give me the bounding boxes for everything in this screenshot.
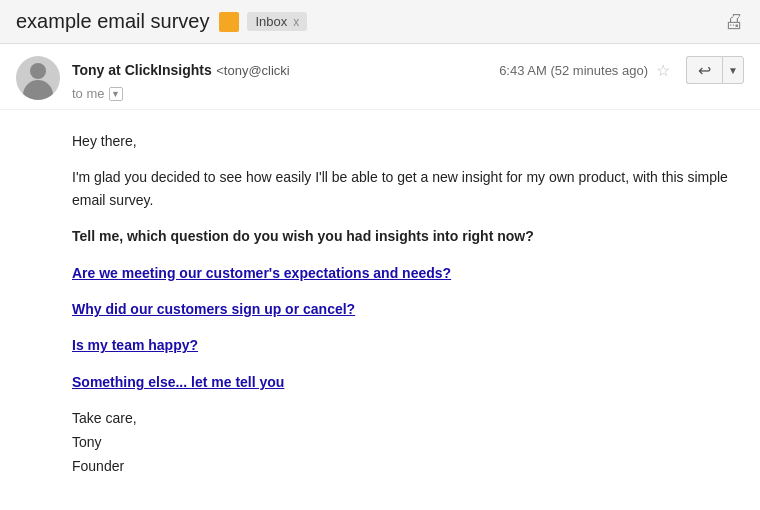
- email-header-bar: example email survey Inbox x 🖨: [0, 0, 760, 44]
- bold-question: Tell me, which question do you wish you …: [72, 225, 740, 247]
- to-me-row: to me ▼: [72, 86, 744, 101]
- intro-text: I'm glad you decided to see how easily I…: [72, 166, 740, 211]
- star-icon[interactable]: ☆: [656, 61, 670, 80]
- sender-info: Tony at ClickInsights <tony@clicki 6:43 …: [72, 56, 744, 101]
- action-buttons: ↩ ▼: [686, 56, 744, 84]
- survey-link-2[interactable]: Why did our customers sign up or cancel?: [72, 298, 740, 320]
- signature-text: Take care,TonyFounder: [72, 410, 137, 474]
- more-options-button[interactable]: ▼: [722, 56, 744, 84]
- survey-link-4[interactable]: Something else... let me tell you: [72, 371, 740, 393]
- signature: Take care,TonyFounder: [72, 407, 740, 478]
- to-me-label: to me: [72, 86, 105, 101]
- to-me-dropdown[interactable]: ▼: [109, 87, 123, 101]
- label-tag-icon: [219, 12, 239, 32]
- email-time: 6:43 AM (52 minutes ago): [499, 63, 648, 78]
- greeting: Hey there,: [72, 130, 740, 152]
- sender-details: Tony at ClickInsights <tony@clicki: [72, 61, 290, 79]
- sender-email: <tony@clicki: [216, 63, 290, 78]
- inbox-label: Inbox: [255, 14, 287, 29]
- email-body: Hey there, I'm glad you decided to see h…: [0, 110, 760, 499]
- reply-button[interactable]: ↩: [686, 56, 722, 84]
- survey-link-3[interactable]: Is my team happy?: [72, 334, 740, 356]
- email-subject: example email survey: [16, 10, 209, 33]
- avatar: [16, 56, 60, 100]
- sender-name: Tony at ClickInsights: [72, 62, 212, 78]
- survey-link-1[interactable]: Are we meeting our customer's expectatio…: [72, 262, 740, 284]
- sender-name-row: Tony at ClickInsights <tony@clicki 6:43 …: [72, 56, 744, 84]
- print-icon[interactable]: 🖨: [724, 10, 744, 33]
- close-icon[interactable]: x: [293, 15, 299, 29]
- email-meta-row: Tony at ClickInsights <tony@clicki 6:43 …: [0, 44, 760, 110]
- inbox-badge: Inbox x: [247, 12, 307, 31]
